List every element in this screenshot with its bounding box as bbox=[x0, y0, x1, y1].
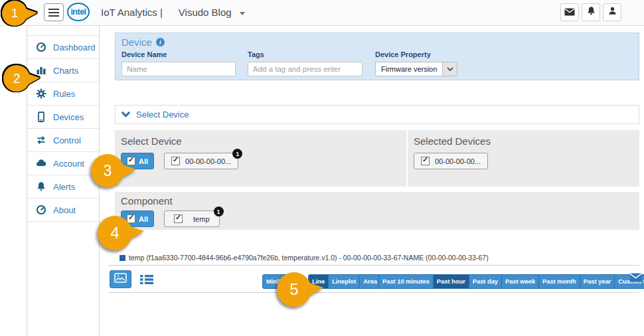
device-panel-title: Device bbox=[121, 37, 165, 48]
past-month-button[interactable]: Past month bbox=[538, 274, 580, 289]
device-name-input[interactable] bbox=[121, 62, 236, 76]
callout-pointer bbox=[306, 280, 324, 297]
sidebar-item-devices[interactable]: Devices bbox=[27, 106, 99, 129]
device-name-field: Device Name bbox=[121, 50, 236, 76]
info-icon[interactable] bbox=[156, 38, 165, 46]
sidebar-item-dashboard[interactable]: Dashboard bbox=[27, 36, 99, 59]
export-image-button[interactable] bbox=[110, 270, 131, 288]
callout-number: 4 bbox=[110, 224, 119, 242]
sidebar-item-label: Rules bbox=[53, 89, 75, 99]
tags-input[interactable] bbox=[248, 62, 362, 76]
component-panel: Component All temp 1 bbox=[115, 192, 639, 230]
past-10-minutes-button[interactable]: Past 10 minutes bbox=[378, 274, 434, 289]
sidebar-item-about[interactable]: About bbox=[27, 199, 99, 222]
title-dropdown-caret-icon[interactable] bbox=[240, 12, 245, 15]
callout-2: 2 bbox=[3, 65, 30, 92]
past-year-button[interactable]: Past year bbox=[580, 274, 615, 289]
sidebar-item-label: Account bbox=[53, 159, 84, 169]
divider bbox=[108, 292, 639, 293]
gear-icon bbox=[36, 88, 46, 99]
past-day-button[interactable]: Past day bbox=[469, 274, 502, 289]
callout-number: 1 bbox=[11, 6, 19, 21]
user-account-button[interactable] bbox=[603, 3, 621, 21]
hamburger-icon bbox=[48, 12, 59, 13]
sidebar-item-label: Devices bbox=[53, 112, 84, 122]
component-options-row: All temp 1 bbox=[121, 210, 633, 227]
chevron-down-icon[interactable] bbox=[442, 62, 457, 76]
callout-number: 3 bbox=[104, 162, 112, 180]
sidebar-item-label: About bbox=[53, 205, 76, 215]
divider bbox=[108, 265, 639, 266]
app-title: IoT Analytics | Visudo Blog bbox=[101, 7, 245, 18]
callout-pointer bbox=[127, 223, 145, 240]
hamburger-icon bbox=[48, 15, 59, 17]
mobile-device-icon bbox=[36, 112, 46, 122]
chevron-down-icon bbox=[121, 112, 130, 118]
device-options-row: All 00-00-00-00... 1 bbox=[121, 153, 400, 169]
sidebar-menu: Dashboard Charts Rules Devices bbox=[27, 35, 99, 222]
checkbox-checked-icon[interactable] bbox=[174, 214, 183, 223]
callout-number: 2 bbox=[13, 71, 20, 86]
device-property-select[interactable]: Firmware version bbox=[375, 62, 457, 76]
component-chip[interactable]: temp 1 bbox=[164, 210, 219, 227]
select-device-panel: Select Device All 00-00-00-00... 1 bbox=[115, 130, 406, 187]
selected-device-chip-label: 00-00-00-00... bbox=[435, 157, 481, 165]
selected-devices-heading: Selected Devices bbox=[414, 135, 633, 147]
all-button-label: All bbox=[139, 157, 148, 165]
checkbox-checked-icon[interactable] bbox=[171, 157, 180, 165]
mail-icon bbox=[564, 7, 575, 19]
top-bar: intel IoT Analytics | Visudo Blog bbox=[0, 0, 644, 26]
callout-pointer bbox=[26, 70, 41, 84]
checkbox-checked-icon[interactable] bbox=[421, 157, 430, 165]
sidebar-item-label: Dashboard bbox=[53, 42, 96, 52]
device-property-value: Firmware version bbox=[375, 62, 442, 76]
list-icon bbox=[140, 276, 153, 288]
bell-icon bbox=[36, 181, 46, 192]
sidebar-item-label: Charts bbox=[53, 66, 78, 76]
device-chip[interactable]: 00-00-00-00... 1 bbox=[164, 153, 238, 169]
all-button-label: All bbox=[139, 215, 148, 223]
tags-field: Tags bbox=[248, 50, 362, 76]
sidebar-item-rules[interactable]: Rules bbox=[27, 82, 99, 106]
past-hour-button[interactable]: Past hour bbox=[433, 274, 469, 289]
gauge-icon bbox=[36, 42, 46, 52]
callout-5: 5 bbox=[277, 272, 311, 307]
past-week-button[interactable]: Past week bbox=[501, 274, 539, 289]
callout-1: 1 bbox=[2, 1, 27, 26]
cloud-icon bbox=[36, 158, 46, 169]
sidebar-item-account[interactable]: Account bbox=[27, 152, 99, 175]
notifications-button[interactable] bbox=[582, 3, 600, 21]
select-device-heading: Select Device bbox=[121, 135, 400, 147]
intel-logo: intel bbox=[67, 3, 90, 21]
series-legend-label: temp (f1aa6330-7700-4844-96b6-e4790a7fe2… bbox=[129, 254, 489, 262]
chart-legend: temp (f1aa6330-7700-4844-96b6-e4790a7fe2… bbox=[120, 254, 489, 262]
sidebar-item-label: Alerts bbox=[53, 182, 75, 192]
menu-toggle-button[interactable] bbox=[44, 3, 64, 21]
component-chip-label: temp bbox=[193, 215, 209, 223]
select-device-toggle[interactable]: Select Device bbox=[115, 105, 639, 124]
selected-devices-row: 00-00-00-00... bbox=[414, 153, 633, 169]
email-chart-button[interactable] bbox=[629, 273, 642, 285]
callout-4: 4 bbox=[98, 216, 132, 250]
hamburger-icon bbox=[48, 9, 59, 10]
device-panel-title-text: Device bbox=[121, 37, 152, 48]
device-name-label: Device Name bbox=[121, 50, 236, 58]
component-heading: Component bbox=[121, 195, 633, 207]
series-color-swatch bbox=[120, 255, 125, 261]
count-badge: 1 bbox=[232, 149, 242, 159]
select-device-toggle-label: Select Device bbox=[136, 110, 189, 120]
data-table-view-button[interactable] bbox=[140, 274, 153, 286]
sidebar-item-label: Control bbox=[53, 135, 81, 145]
callout-pointer bbox=[119, 161, 137, 178]
messages-button[interactable] bbox=[560, 3, 579, 21]
sidebar-item-alerts[interactable]: Alerts bbox=[27, 175, 99, 199]
selected-device-chip[interactable]: 00-00-00-00... bbox=[414, 153, 488, 169]
callout-pointer bbox=[23, 6, 39, 20]
workspace-title: Visudo Blog bbox=[179, 7, 232, 18]
tags-label: Tags bbox=[248, 50, 362, 58]
app-title-text: IoT Analytics | bbox=[101, 7, 163, 18]
lineplot-button[interactable]: Lineplot bbox=[328, 274, 360, 289]
sidebar-item-control[interactable]: Control bbox=[27, 129, 99, 152]
user-icon bbox=[607, 6, 617, 19]
device-property-field: Device Property Firmware version bbox=[375, 50, 457, 76]
